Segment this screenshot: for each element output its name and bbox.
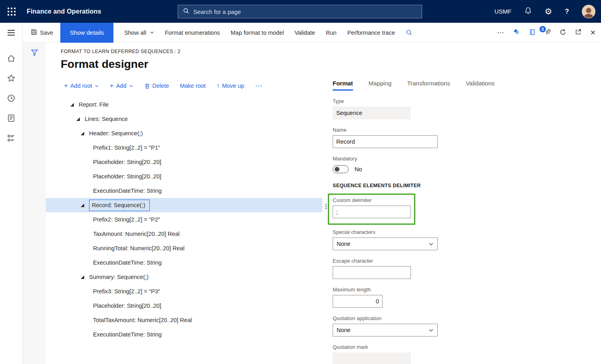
app-title[interactable]: Finance and Operations [27, 8, 101, 15]
tree-node[interactable]: Placeholder: String[20..20] [46, 299, 322, 313]
tree-node-label: Placeholder: String[20..20] [93, 159, 161, 165]
section-sequence-elements-delimiter: SEQUENCE ELEMENTS DELIMITER [333, 183, 585, 188]
bell-icon[interactable] [524, 7, 532, 16]
tree-node[interactable]: ExecutionDateTime: String [46, 184, 322, 198]
format-tree-pane: + Add root + Add Delete [46, 80, 322, 364]
tab-validations[interactable]: Validations [466, 80, 494, 89]
chevron-down-icon [150, 30, 154, 35]
settings-gear-icon[interactable]: ⚙ [545, 7, 552, 16]
tree-node[interactable]: Summary: Sequence(;) [46, 270, 322, 284]
add-button[interactable]: + Add [110, 82, 133, 90]
tree-node[interactable]: TotalTaxAmount: Numeric[20..20] Real [46, 313, 322, 327]
tree-node-label: Prefix1: String[2..2] = "P1" [93, 144, 160, 151]
modules-icon[interactable] [7, 134, 16, 142]
avatar[interactable] [582, 5, 595, 18]
guide-icon[interactable] [529, 29, 536, 37]
format-tree: Report: File Lines: Sequence Header: Seq… [46, 97, 322, 342]
quotation-application-dropdown[interactable]: None [333, 324, 438, 336]
move-up-icon: ↑ [216, 82, 220, 89]
refresh-icon[interactable] [559, 29, 566, 37]
move-up-button[interactable]: ↑ Move up [216, 82, 244, 89]
validate-button[interactable]: Validate [295, 30, 315, 36]
make-root-label: Make root [180, 83, 205, 89]
menu-icon[interactable] [0, 23, 22, 43]
tree-node[interactable]: Header: Sequence(;) [46, 126, 322, 140]
help-icon[interactable]: ? [565, 8, 569, 16]
tree-node[interactable]: Placeholder: String[20..20] [46, 155, 322, 169]
add-root-button[interactable]: + Add root [64, 82, 99, 90]
tab-format[interactable]: Format [333, 80, 353, 91]
tree-node-label: TotalTaxAmount: Numeric[20..20] Real [93, 317, 192, 323]
format-enumerations-button[interactable]: Format enumerations [165, 30, 220, 36]
workspaces-icon[interactable] [7, 114, 16, 123]
tab-transformations[interactable]: Transformations [407, 80, 450, 89]
tree-node[interactable]: Prefix3: String[2..2] = "P3" [46, 284, 322, 299]
tab-mapping[interactable]: Mapping [369, 80, 392, 89]
splitter-dots-icon[interactable]: ••• [325, 204, 327, 210]
tree-node-label: Prefix2: String[2..2] = "P2" [93, 216, 160, 223]
show-all-button[interactable]: Show all [124, 30, 154, 36]
tree-node[interactable]: Placeholder: String[20..20] [46, 169, 322, 184]
tree-node[interactable]: ExecutionDateTime: String [46, 327, 322, 342]
expand-triangle-icon[interactable] [76, 117, 80, 121]
tree-node[interactable]: ExecutionDateTime: String [46, 255, 322, 270]
custom-delimiter-label: Custom delimiter [333, 197, 414, 203]
chevron-down-icon [428, 328, 434, 333]
expand-triangle-icon[interactable] [80, 203, 85, 208]
mandatory-toggle[interactable] [333, 165, 349, 173]
special-characters-dropdown[interactable]: None [333, 237, 438, 250]
maximum-length-input[interactable] [333, 295, 383, 308]
command-search-icon[interactable] [406, 29, 413, 36]
app-launcher-icon[interactable] [0, 0, 23, 23]
tree-node-label: TaxAmount: Numeric[20..20] Real [93, 231, 180, 237]
close-icon[interactable]: × [590, 28, 595, 37]
show-all-label: Show all [124, 30, 146, 36]
tree-node-label: ExecutionDateTime: String [93, 188, 162, 194]
more-commands-icon[interactable]: ⋯ [497, 28, 504, 37]
open-in-new-window-icon[interactable] [575, 29, 581, 36]
tree-node-label: Report: File [79, 101, 109, 108]
name-label: Name [333, 127, 585, 133]
pane-splitter[interactable]: ••• [322, 80, 333, 364]
tree-more-icon[interactable]: ⋯ [255, 81, 263, 90]
home-icon[interactable] [7, 54, 16, 63]
global-search-box[interactable]: Search for a page [178, 5, 422, 18]
name-input[interactable] [333, 135, 438, 148]
show-details-label: Show details [70, 29, 104, 36]
add-root-label: Add root [70, 83, 92, 89]
favorites-icon[interactable] [7, 74, 16, 83]
tree-node-label: Header: Sequence(;) [89, 130, 143, 136]
custom-delimiter-input[interactable] [333, 206, 411, 218]
delete-button[interactable]: Delete [144, 83, 169, 89]
expand-triangle-icon[interactable] [80, 131, 85, 136]
filter-icon[interactable] [31, 49, 38, 58]
save-button[interactable]: Save [31, 29, 53, 36]
expand-triangle-icon[interactable] [70, 103, 74, 107]
tree-node-label: ExecutionDateTime: String [93, 259, 162, 266]
run-button[interactable]: Run [326, 30, 337, 36]
tree-node[interactable]: Prefix1: String[2..2] = "P1" [46, 140, 322, 155]
chevron-down-icon [428, 241, 434, 247]
performance-trace-button[interactable]: Performance trace [347, 30, 395, 36]
attachments-icon[interactable]: 0 [544, 29, 551, 36]
chevron-down-icon [95, 84, 99, 88]
company-picker[interactable]: USMF [494, 8, 512, 15]
tree-toolbar: + Add root + Add Delete [46, 80, 322, 92]
escape-character-input[interactable] [333, 266, 411, 279]
map-format-to-model-button[interactable]: Map format to model [231, 30, 284, 36]
type-label: Type [333, 98, 585, 104]
mandatory-label: Mandatory [333, 156, 585, 162]
show-details-button[interactable]: Show details [60, 23, 113, 43]
recent-icon[interactable] [7, 94, 16, 103]
tree-node-selected[interactable]: Record: Sequence(;) [46, 198, 322, 212]
diamond-icon[interactable] [513, 28, 520, 37]
tree-node[interactable]: Prefix2: String[2..2] = "P2" [46, 212, 322, 227]
move-up-label: Move up [222, 83, 244, 89]
tree-node[interactable]: TaxAmount: Numeric[20..20] Real [46, 227, 322, 241]
expand-triangle-icon[interactable] [80, 275, 85, 279]
tree-node[interactable]: Report: File [46, 97, 322, 112]
save-label: Save [40, 30, 53, 36]
make-root-button[interactable]: Make root [180, 83, 205, 89]
tree-node[interactable]: Lines: Sequence [46, 112, 322, 126]
tree-node[interactable]: RunningTotal: Numeric[20..20] Real [46, 241, 322, 255]
